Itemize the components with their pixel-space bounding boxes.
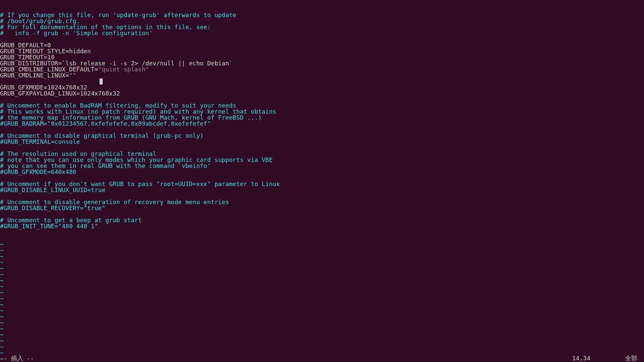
empty-line-tilde: ~ bbox=[0, 259, 644, 265]
empty-line-tilde: ~ bbox=[0, 284, 644, 290]
code-line[interactable] bbox=[0, 36, 644, 42]
empty-lines: ~~~~~~~~~~~~~~~~~~~~~ bbox=[0, 241, 644, 362]
code-line[interactable] bbox=[0, 78, 644, 84]
empty-line-tilde: ~ bbox=[0, 290, 644, 296]
empty-line-tilde: ~ bbox=[0, 344, 644, 350]
code-line[interactable]: #GRUB_DISABLE_RECOVERY="true" bbox=[0, 205, 644, 211]
status-bar: -- 插入 -- 14,34 全部 bbox=[0, 355, 644, 362]
code-line[interactable]: # you can see them in real GRUB with the… bbox=[0, 163, 644, 169]
file-content[interactable]: # If you change this file, run 'update-g… bbox=[0, 12, 644, 229]
empty-line-tilde: ~ bbox=[0, 338, 644, 344]
code-line[interactable]: #GRUB_INIT_TUNE="480 440 1" bbox=[0, 223, 644, 229]
code-line[interactable]: # info -f grub -n 'Simple configuration' bbox=[0, 30, 644, 36]
code-line[interactable]: GRUB_TIMEOUT_STYLE=hidden bbox=[0, 48, 644, 54]
code-line[interactable]: # Uncomment to disable graphical termina… bbox=[0, 133, 644, 139]
code-line[interactable]: #GRUB_TERMINAL=console bbox=[0, 139, 644, 145]
code-line[interactable]: #GRUB_GFXMODE=640x480 bbox=[0, 169, 644, 175]
empty-line-tilde: ~ bbox=[0, 253, 644, 259]
empty-line-tilde: ~ bbox=[0, 272, 644, 278]
terminal-editor[interactable]: # If you change this file, run 'update-g… bbox=[0, 0, 644, 362]
code-line[interactable]: GRUB_CMDLINE_LINUX_DEFAULT="quiet splash… bbox=[0, 66, 644, 72]
code-line[interactable]: GRUB_CMDLINE_LINUX="" bbox=[0, 72, 644, 78]
empty-line-tilde: ~ bbox=[0, 296, 644, 302]
empty-line-tilde: ~ bbox=[0, 247, 644, 253]
empty-line-tilde: ~ bbox=[0, 332, 644, 338]
empty-line-tilde: ~ bbox=[0, 241, 644, 247]
code-line[interactable]: GRUB_GFXPAYLOAD_LINUX=1024x768x32 bbox=[0, 90, 644, 97]
mode-indicator: -- 插入 -- bbox=[0, 355, 34, 361]
code-line[interactable]: #GRUB_BADRAM="0x01234567,0xfefefefe,0x89… bbox=[0, 121, 644, 127]
cursor-position: 14,34 bbox=[572, 355, 590, 361]
code-line[interactable]: #GRUB_DISABLE_LINUX_UUID=true bbox=[0, 187, 644, 193]
empty-line-tilde: ~ bbox=[0, 265, 644, 272]
code-line[interactable]: # If you change this file, run 'update-g… bbox=[0, 12, 644, 18]
empty-line-tilde: ~ bbox=[0, 302, 644, 308]
scroll-indicator: 全部 bbox=[625, 355, 637, 361]
empty-line-tilde: ~ bbox=[0, 320, 644, 326]
empty-line-tilde: ~ bbox=[0, 308, 644, 314]
empty-line-tilde: ~ bbox=[0, 326, 644, 332]
empty-line-tilde: ~ bbox=[0, 278, 644, 284]
empty-line-tilde: ~ bbox=[0, 314, 644, 320]
text-cursor bbox=[100, 78, 103, 84]
code-line[interactable]: GRUB_DEFAULT=0 bbox=[0, 42, 644, 48]
